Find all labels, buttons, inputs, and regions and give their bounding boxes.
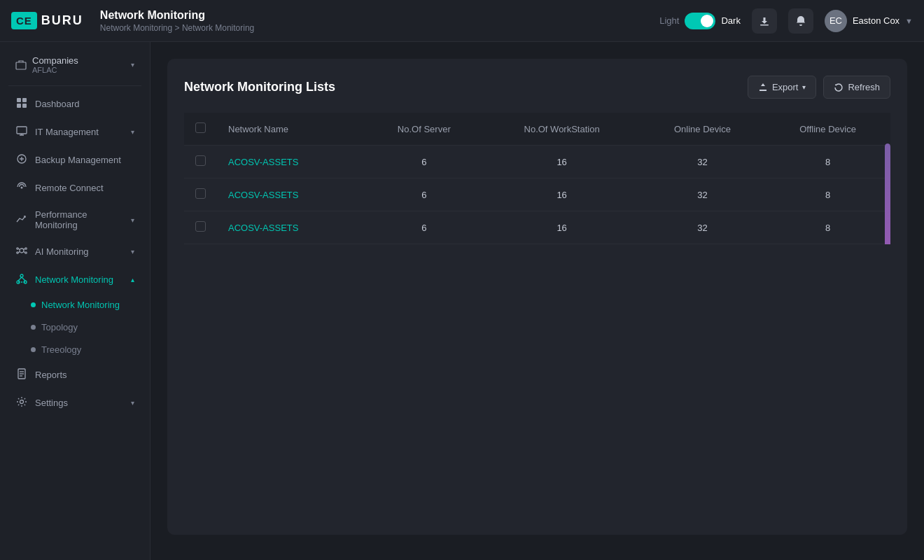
divider [8, 85, 141, 86]
table-body: ACOSV-ASSETS 6 16 32 8 ACOSV-ASSETS 6 16… [184, 146, 890, 244]
sidebar-item-remote-connect[interactable]: Remote Connect [4, 174, 146, 202]
export-icon [758, 83, 768, 92]
svg-point-10 [17, 248, 18, 249]
notifications-button[interactable] [788, 8, 813, 34]
reports-icon [15, 368, 28, 382]
user-menu[interactable]: EC Easton Cox ▼ [825, 10, 913, 32]
row-network-name-1[interactable]: ACOSV-ASSETS [217, 178, 364, 211]
logo[interactable]: CE BURU [11, 12, 83, 29]
export-label: Export [772, 82, 799, 92]
breadcrumb-separator: > [175, 23, 182, 33]
ai-monitoring-label: AI Monitoring [35, 246, 124, 257]
companies-section[interactable]: Companies AFLAC ▾ [4, 48, 146, 81]
sub-dot-network-monitoring [31, 302, 36, 307]
header-page-title: Network Monitoring [100, 9, 659, 22]
remote-connect-label: Remote Connect [35, 183, 134, 193]
content-card: Network Monitoring Lists Export ▾ [167, 59, 907, 535]
row-offline-device-0: 8 [765, 146, 890, 178]
network-monitoring-submenu: Network Monitoring Topology Treeology [0, 294, 150, 360]
table-row: ACOSV-ASSETS 6 16 32 8 [184, 211, 890, 244]
sub-label-network-monitoring: Network Monitoring [41, 300, 120, 310]
svg-line-16 [18, 252, 20, 253]
export-chevron-icon: ▾ [802, 83, 806, 91]
theme-dark-label: Dark [721, 15, 740, 26]
row-online-device-2: 32 [640, 211, 765, 244]
export-button[interactable]: Export ▾ [748, 76, 817, 99]
row-checkbox-cell [184, 178, 217, 211]
performance-monitoring-icon [15, 214, 28, 227]
download-icon [759, 15, 770, 27]
sidebar: Companies AFLAC ▾ Dashboard IT Managemen… [0, 42, 150, 560]
chevron-down-icon: ▼ [905, 17, 913, 25]
companies-sub-label: AFLAC [32, 66, 125, 74]
row-checkbox-1[interactable] [195, 188, 206, 199]
sidebar-item-it-management[interactable]: IT Management ▾ [4, 118, 146, 146]
theme-toggle-switch[interactable] [685, 13, 715, 29]
remote-connect-icon [15, 181, 28, 195]
main-layout: Companies AFLAC ▾ Dashboard IT Managemen… [0, 42, 924, 560]
refresh-button[interactable]: Refresh [823, 76, 890, 99]
svg-line-14 [18, 248, 20, 250]
svg-point-18 [20, 274, 23, 277]
table-row: ACOSV-ASSETS 6 16 32 8 [184, 146, 890, 178]
table-scrollbar[interactable] [885, 144, 890, 244]
bell-icon [795, 15, 806, 27]
row-checkbox-cell [184, 146, 217, 178]
sidebar-item-dashboard[interactable]: Dashboard [4, 90, 146, 118]
scrollbar-thumb [885, 144, 890, 244]
row-checkbox-0[interactable] [195, 155, 206, 166]
svg-line-21 [18, 277, 22, 281]
refresh-label: Refresh [848, 82, 880, 92]
svg-rect-6 [17, 127, 27, 134]
select-all-checkbox[interactable] [195, 122, 206, 133]
breadcrumb: Network Monitoring > Network Monitoring [100, 23, 659, 33]
sidebar-item-settings[interactable]: Settings ▾ [4, 389, 146, 416]
sidebar-item-reports[interactable]: Reports [4, 361, 146, 388]
sidebar-item-ai-monitoring[interactable]: AI Monitoring ▾ [4, 238, 146, 265]
row-server-count-1: 6 [364, 178, 484, 211]
row-offline-device-1: 8 [765, 178, 890, 211]
row-network-name-0[interactable]: ACOSV-ASSETS [217, 146, 364, 178]
row-checkbox-cell [184, 211, 217, 244]
svg-line-17 [24, 252, 25, 253]
theme-toggle: Light Dark [659, 13, 741, 29]
sidebar-sub-item-topology[interactable]: Topology [31, 316, 146, 338]
settings-icon [15, 396, 28, 410]
row-server-count-0: 6 [364, 146, 484, 178]
svg-point-13 [25, 252, 27, 253]
table-wrapper: Network Name No.Of Server No.Of WorkStat… [184, 113, 890, 244]
row-checkbox-2[interactable] [195, 221, 206, 232]
logo-text: BURU [41, 13, 83, 28]
th-checkbox [184, 113, 217, 146]
th-no-of-server: No.Of Server [364, 113, 484, 146]
card-header: Network Monitoring Lists Export ▾ [184, 76, 890, 99]
row-network-name-2[interactable]: ACOSV-ASSETS [217, 211, 364, 244]
sub-label-topology: Topology [41, 322, 78, 332]
settings-chevron-icon: ▾ [131, 399, 134, 407]
it-management-chevron-icon: ▾ [131, 128, 134, 136]
svg-rect-0 [760, 24, 769, 26]
row-online-device-1: 32 [640, 178, 765, 211]
download-button[interactable] [752, 8, 777, 34]
it-management-icon [15, 125, 28, 139]
refresh-icon [834, 83, 844, 92]
network-monitoring-table: Network Name No.Of Server No.Of WorkStat… [184, 113, 890, 244]
svg-point-9 [20, 248, 24, 253]
backup-management-label: Backup Management [35, 155, 134, 165]
sidebar-item-backup-management[interactable]: Backup Management [4, 146, 146, 174]
row-workstation-count-2: 16 [484, 211, 639, 244]
sidebar-sub-item-network-monitoring[interactable]: Network Monitoring [31, 294, 146, 316]
svg-rect-1 [16, 62, 26, 69]
header-title-section: Network Monitoring Network Monitoring > … [100, 9, 659, 33]
companies-label: Companies [32, 55, 125, 66]
companies-chevron-icon: ▾ [131, 61, 134, 69]
sidebar-item-performance-monitoring[interactable]: Performance Monitoring ▾ [4, 202, 146, 237]
svg-point-8 [21, 187, 23, 189]
row-server-count-2: 6 [364, 211, 484, 244]
svg-rect-3 [22, 98, 27, 102]
th-online-device: Online Device [640, 113, 765, 146]
network-monitoring-icon [15, 273, 28, 286]
backup-management-icon [15, 153, 28, 167]
sidebar-item-network-monitoring[interactable]: Network Monitoring ▴ [4, 266, 146, 293]
sidebar-sub-item-treeology[interactable]: Treeology [31, 339, 146, 360]
